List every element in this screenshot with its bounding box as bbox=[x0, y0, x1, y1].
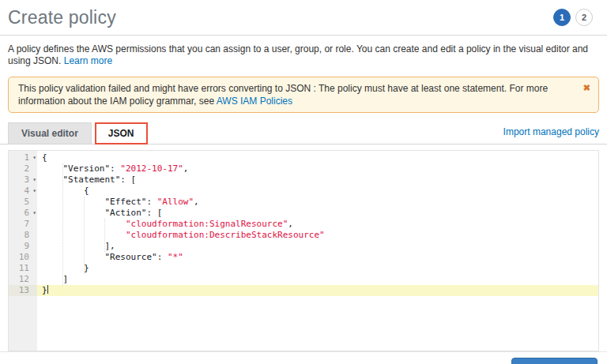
code-line-5[interactable]: 5 "Effect": "Allow", bbox=[9, 197, 598, 208]
code-line-13[interactable]: 13} bbox=[9, 285, 598, 296]
line-number: 4▾ bbox=[9, 186, 37, 197]
line-number: 9 bbox=[9, 241, 37, 252]
code-line-6[interactable]: 6▾ "Action": [ bbox=[9, 208, 598, 219]
code-text: "Action": [ bbox=[37, 208, 598, 219]
code-text: "Resource": "*" bbox=[37, 252, 598, 263]
code-line-10[interactable]: 10 "Resource": "*" bbox=[9, 252, 598, 263]
line-number: 8 bbox=[9, 230, 37, 241]
code-text: { bbox=[37, 152, 598, 163]
fold-arrow-icon[interactable]: ▾ bbox=[32, 175, 36, 185]
code-text: } bbox=[37, 285, 598, 296]
aws-iam-policies-link[interactable]: AWS IAM Policies bbox=[217, 96, 292, 107]
code-line-8[interactable]: 8 "cloudformation:DescribeStackResource" bbox=[9, 230, 598, 241]
line-number: 2 bbox=[9, 163, 37, 174]
code-text: "cloudformation:SignalResource", bbox=[37, 219, 598, 230]
line-number: 6▾ bbox=[9, 208, 37, 219]
step-indicator: 12 bbox=[553, 9, 593, 26]
line-number: 1▾ bbox=[9, 152, 37, 163]
code-text: ] bbox=[37, 274, 598, 285]
code-line-2[interactable]: 2 "Version": "2012-10-17", bbox=[9, 163, 598, 174]
fold-arrow-icon[interactable]: ▾ bbox=[32, 153, 36, 163]
code-text: ], bbox=[37, 241, 598, 252]
footer: Cancel Review policy bbox=[0, 351, 607, 364]
code-text: "Version": "2012-10-17", bbox=[37, 163, 598, 174]
create-policy-page: Create policy 12 A policy defines the AW… bbox=[0, 0, 607, 364]
fold-arrow-icon[interactable]: ▾ bbox=[32, 208, 36, 218]
json-policy-editor[interactable]: 1▾{2 "Version": "2012-10-17",3▾ "Stateme… bbox=[8, 150, 599, 351]
line-number: 7 bbox=[9, 219, 37, 230]
fold-arrow-icon[interactable]: ▾ bbox=[32, 186, 36, 196]
code-lines: 1▾{2 "Version": "2012-10-17",3▾ "Stateme… bbox=[9, 151, 598, 296]
intro-text: A policy defines the AWS permissions tha… bbox=[0, 36, 607, 67]
page-title: Create policy bbox=[8, 7, 116, 28]
line-number: 11 bbox=[9, 263, 37, 274]
line-number: 10 bbox=[9, 252, 37, 263]
code-line-11[interactable]: 11 } bbox=[9, 263, 598, 274]
text-cursor bbox=[47, 285, 48, 294]
code-line-7[interactable]: 7 "cloudformation:SignalResource", bbox=[9, 219, 598, 230]
code-line-12[interactable]: 12 ] bbox=[9, 274, 598, 285]
learn-more-link[interactable]: Learn more bbox=[64, 55, 112, 66]
code-line-1[interactable]: 1▾{ bbox=[9, 152, 598, 163]
line-number: 13 bbox=[9, 285, 37, 296]
import-managed-policy-link[interactable]: Import managed policy bbox=[503, 126, 599, 140]
code-line-3[interactable]: 3▾ "Statement": [ bbox=[9, 174, 598, 186]
code-text: "cloudformation:DescribeStackResource" bbox=[37, 230, 598, 241]
code-line-4[interactable]: 4▾ { bbox=[9, 186, 598, 197]
step-1: 1 bbox=[553, 9, 571, 26]
page-header: Create policy 12 bbox=[0, 0, 607, 36]
editor-tabs: Visual editor JSON Import managed policy bbox=[0, 122, 607, 144]
step-2: 2 bbox=[575, 9, 593, 26]
code-text: "Effect": "Allow", bbox=[37, 197, 598, 208]
tab-json[interactable]: JSON bbox=[95, 122, 148, 144]
code-text: } bbox=[37, 263, 598, 274]
code-line-9[interactable]: 9 ], bbox=[9, 241, 598, 252]
line-number: 5 bbox=[9, 197, 37, 208]
close-icon[interactable]: ✖ bbox=[583, 81, 590, 94]
tab-visual-editor[interactable]: Visual editor bbox=[8, 122, 92, 144]
line-number: 3▾ bbox=[9, 174, 37, 186]
review-policy-button[interactable]: Review policy bbox=[511, 358, 598, 364]
validation-alert: This policy validation failed and might … bbox=[8, 77, 599, 113]
line-number: 12 bbox=[9, 274, 37, 285]
code-text: { bbox=[37, 186, 598, 197]
code-text: "Statement": [ bbox=[37, 174, 598, 186]
